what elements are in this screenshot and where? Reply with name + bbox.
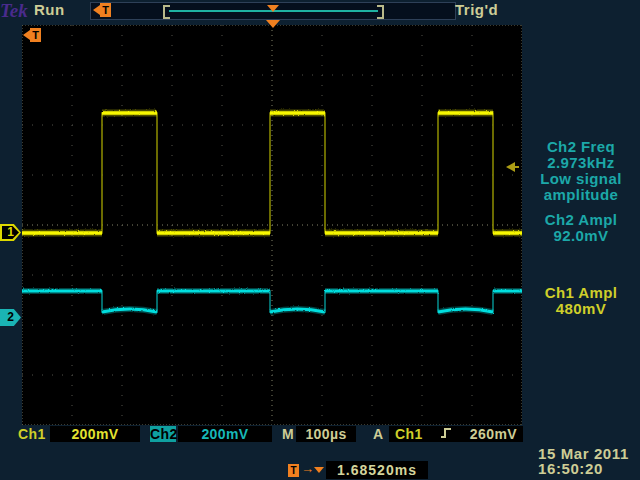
arrow-tail: [515, 166, 519, 168]
timebase-label: M: [282, 426, 294, 442]
time-label: 16:50:20: [538, 460, 603, 477]
measurement-warning: amplitude: [524, 187, 638, 203]
trigger-level-icon: [506, 162, 519, 172]
down-triangle-icon: [314, 467, 324, 473]
trigger-mode-label: A: [373, 426, 384, 442]
measurement-ch2-freq: Ch2 Freq 2.973kHz Low signal amplitude: [524, 139, 638, 203]
left-arrow-icon: [93, 5, 100, 15]
timebase-readout: 100µs: [296, 426, 356, 442]
record-trigger-flag-icon: T: [93, 3, 111, 17]
record-view-bar: T: [90, 2, 456, 20]
trigger-source: Ch1: [395, 426, 423, 442]
record-window-bracket-left-icon: [163, 5, 170, 19]
measurement-ch1-ampl: Ch1 Ampl 480mV: [524, 285, 638, 317]
ch2-scale-readout: 200mV: [178, 426, 272, 442]
oscilloscope-screen: Tek Run T Trig'd T 1 2 Ch2 Freq 2.973kHz…: [0, 0, 640, 480]
record-window-bracket-right-icon: [377, 5, 384, 19]
measurement-warning: Low signal: [524, 171, 638, 187]
measurement-value: 2.973kHz: [524, 155, 638, 171]
waveform-display: [22, 25, 522, 425]
record-trigger-position-icon: [267, 5, 279, 12]
ch2-selected-tag: Ch2: [150, 426, 176, 442]
trigger-delay-value: 1.68520ms: [326, 461, 428, 479]
tek-logo: Tek: [0, 0, 28, 22]
trigger-level-value: 260mV: [470, 426, 517, 442]
left-arrow-icon: [506, 162, 515, 172]
measurement-value: 92.0mV: [524, 228, 638, 244]
trigger-status: Trig'd: [455, 1, 498, 18]
right-arrow-icon: →: [301, 461, 314, 476]
trigger-t-icon: T: [100, 3, 111, 17]
acquisition-status: Run: [34, 1, 65, 18]
measurement-value: 480mV: [524, 301, 638, 317]
ch1-label: Ch1: [18, 426, 46, 442]
measurement-ch2-ampl: Ch2 Ampl 92.0mV: [524, 212, 638, 244]
ch1-ground-marker: 1: [0, 224, 21, 241]
rising-edge-icon: [440, 426, 452, 443]
left-arrow-icon: [23, 30, 30, 40]
ch1-scale-readout: 200mV: [50, 426, 140, 442]
ch1-marker-label: 1: [7, 225, 14, 239]
trigger-delay-t-icon: T: [288, 464, 299, 477]
trigger-t-icon: T: [30, 28, 41, 42]
ch2-marker-label: 2: [7, 310, 14, 324]
measurement-label: Ch2 Freq: [524, 139, 638, 155]
measurement-label: Ch1 Ampl: [524, 285, 638, 301]
trigger-flag-icon: T: [23, 28, 41, 42]
ch2-ground-marker: 2: [0, 309, 21, 326]
trigger-readout: Ch1 260mV: [389, 426, 523, 442]
measurement-label: Ch2 Ampl: [524, 212, 638, 228]
trigger-position-icon: [266, 20, 280, 28]
